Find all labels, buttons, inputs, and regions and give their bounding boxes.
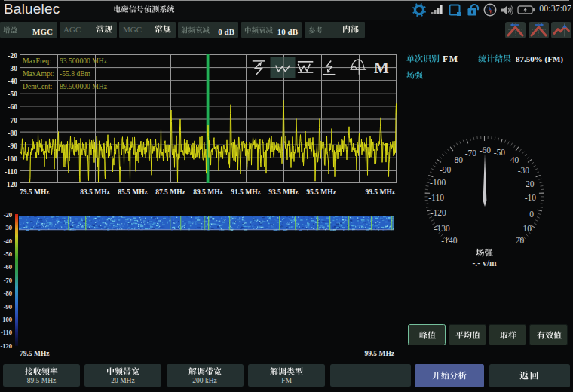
svg-text:10: 10 <box>522 224 532 233</box>
svg-text:-140: -140 <box>441 236 457 245</box>
svg-text:-130: -130 <box>434 224 450 233</box>
svg-text:20: 20 <box>516 236 525 245</box>
svg-text:-20: -20 <box>522 179 535 188</box>
svg-text:-60: -60 <box>480 145 492 155</box>
svg-text:-70: -70 <box>465 149 477 158</box>
svg-text:-40: -40 <box>507 155 519 164</box>
svg-text:0: 0 <box>529 210 534 219</box>
svg-text:-110: -110 <box>428 193 444 202</box>
svg-text:-100: -100 <box>430 178 446 187</box>
svg-text:-80: -80 <box>452 155 464 164</box>
svg-text:-30: -30 <box>518 166 530 175</box>
svg-text:-120: -120 <box>431 208 446 217</box>
svg-text:-50: -50 <box>494 148 506 157</box>
svg-text:M: M <box>374 59 389 77</box>
svg-text:-90: -90 <box>440 165 452 174</box>
svg-text:-10: -10 <box>525 193 537 202</box>
